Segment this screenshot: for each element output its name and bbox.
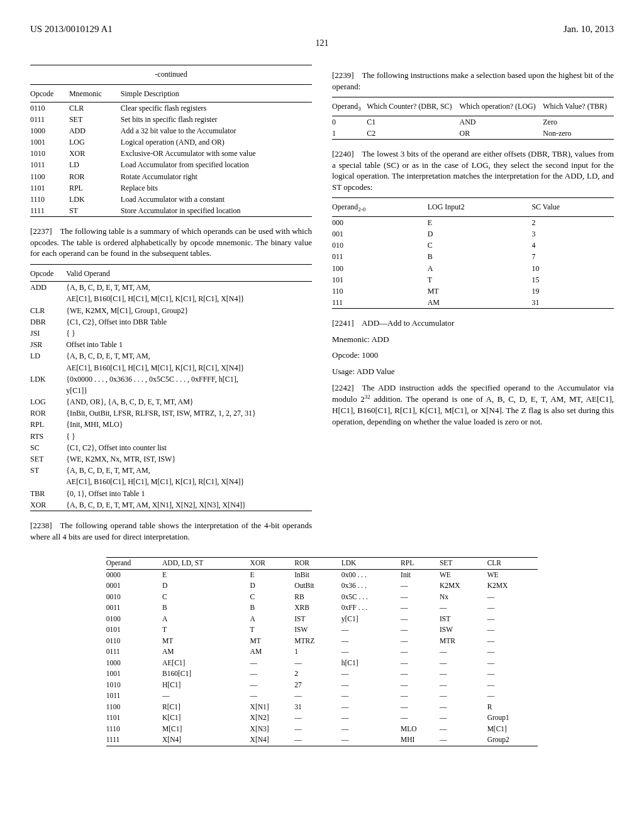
- table-row: SET{WE, K2MX, Nx, MTR, IST, ISW}: [30, 453, 312, 465]
- table-row: 000E2: [332, 216, 614, 228]
- table-row: LDK{0x0000 . . . , 0x3636 . . . , 0x5C5C…: [30, 374, 312, 385]
- th-valid: Valid Operand: [66, 265, 312, 282]
- w-ldk: LDK: [341, 558, 401, 570]
- table-row: 110MT19: [332, 285, 614, 297]
- th-sc: SC Value: [531, 198, 614, 217]
- table-row: 111AM31: [332, 297, 614, 309]
- table-row: 1111X[N4]X[N4]——MHI—Group2: [106, 734, 538, 746]
- table-row: CLR{WE, K2MX, M[C1], Group1, Group2}: [30, 305, 312, 316]
- table-row: JSI{ }: [30, 328, 312, 339]
- table-row: 010C4: [332, 240, 614, 251]
- table-row: 1100R[C1]X[N1]31———R: [106, 702, 538, 713]
- para-2238: [2238] The following operand table shows…: [30, 520, 312, 542]
- table-row: 1001LOGLogical operation (AND, and OR): [30, 136, 312, 148]
- table-row: 0100AAISTy[C1]—IST—: [106, 614, 538, 625]
- table-row: 0000EEInBit0x00 . . .InitWEWE: [106, 569, 538, 580]
- w-clr: CLR: [487, 558, 538, 570]
- table-row: SC{C1, C2}, Offset into counter list: [30, 442, 312, 453]
- table-row: ADD{A, B, C, D, E, T, MT, AM,: [30, 282, 312, 294]
- table-row: 0C1ANDZero: [332, 116, 614, 128]
- table-row: 0101TTISW——ISW—: [106, 624, 538, 636]
- operand20-table: Operand2-0 LOG Input2 SC Value 000E2001D…: [332, 197, 614, 309]
- table-row: 1110LDKLoad Accumulator with a constant: [30, 194, 312, 205]
- table-row: 1010XORExclusive-OR Accumulator with som…: [30, 148, 312, 159]
- table-row: y[C1]}: [30, 385, 312, 396]
- left-column: -continued Opcode Mnemonic Simple Descri…: [30, 65, 312, 547]
- para-2240: [2240] The lowest 3 bits of the operand …: [332, 148, 614, 192]
- table-row: 100A10: [332, 263, 614, 274]
- table-row: 101T15: [332, 274, 614, 285]
- w-add: ADD, LD, ST: [162, 558, 250, 570]
- table-row: AE[C1], B160[C1], H[C1], M[C1], K[C1], R…: [30, 293, 312, 304]
- th-desc: Simple Description: [121, 85, 312, 102]
- table-row: 1011LDLoad Accumulator from specified lo…: [30, 159, 312, 170]
- th-counter: Which Counter? (DBR, SC): [367, 97, 459, 116]
- table-row: 1010H[C1]—27————: [106, 680, 538, 691]
- table-row: 0110MTMTMTRZ——MTR—: [106, 636, 538, 647]
- mnemonic-line: Mnemonic: ADD: [332, 334, 614, 345]
- table-row: 1C2ORNon-zero: [332, 128, 614, 140]
- table-row: 1111STStore Accumulator in specified loc…: [30, 205, 312, 217]
- th-log: LOG Input2: [428, 198, 532, 217]
- opcode-line: Opcode: 1000: [332, 350, 614, 361]
- table-row: 0001DDOutBit0x36 . . .—K2MXK2MX: [106, 580, 538, 592]
- table-row: LD{A, B, C, D, E, T, MT, AM,: [30, 350, 312, 362]
- table-row: 0110CLRClear specific flash registers: [30, 102, 312, 114]
- table-row: ROR{InBit, OutBit, LFSR, RLFSR, IST, ISW…: [30, 407, 312, 419]
- pub-number: US 2013/0010129 A1: [30, 23, 113, 35]
- table-row: 1100RORRotate Accumulator right: [30, 171, 312, 182]
- w-ror: ROR: [294, 558, 341, 570]
- table-row: JSROffset into Table 1: [30, 339, 312, 350]
- table-row: 1000ADDAdd a 32 bit value to the Accumul…: [30, 125, 312, 136]
- page-number: 121: [30, 38, 614, 50]
- w-rpl: RPL: [401, 558, 440, 570]
- opcode-table: Opcode Mnemonic Simple Description 0110C…: [30, 84, 312, 217]
- table-row: DBR{C1, C2}, Offset into DBR Table: [30, 316, 312, 328]
- th-value: Which Value? (TBR): [543, 97, 614, 116]
- page-header: US 2013/0010129 A1 Jan. 10, 2013: [30, 23, 614, 35]
- table-row: 0111SETSet bits in specific flash regist…: [30, 114, 312, 125]
- table-row: 1011———————: [106, 690, 538, 702]
- w-set: SET: [440, 558, 487, 570]
- th-mnemonic: Mnemonic: [69, 85, 121, 102]
- para-2237: [2237] The following table is a summary …: [30, 226, 312, 259]
- w-xor: XOR: [250, 558, 295, 570]
- table-row: 1110M[C1]X[N3]——MLO—M[C1]: [106, 724, 538, 735]
- table-row: RPL{Init, MHI, MLO}: [30, 419, 312, 430]
- w-operand: Operand: [106, 558, 162, 570]
- table-row: 1000AE[C1]——h[C1]———: [106, 658, 538, 669]
- table-row: 011B7: [332, 251, 614, 262]
- valid-operand-table: Opcode Valid Operand ADD{A, B, C, D, E, …: [30, 264, 312, 511]
- th-operand3: Operand3: [332, 97, 367, 116]
- table-row: LOG{AND, OR}, {A, B, C, D, E, T, MT, AM}: [30, 396, 312, 407]
- th-operation: Which operation? (LOG): [459, 97, 543, 116]
- table-row: XOR{A, B, C, D, E, T, MT, AM, X[N1], X[N…: [30, 499, 312, 511]
- operand3-table: Operand3 Which Counter? (DBR, SC) Which …: [332, 97, 614, 140]
- para-2241: [2241] ADD—Add to Accumulator: [332, 318, 614, 329]
- table1-caption: -continued: [30, 65, 312, 79]
- table-row: 1101RPLReplace bits: [30, 182, 312, 194]
- th-opcode: Opcode: [30, 85, 69, 102]
- operand-interpretation-table: Operand ADD, LD, ST XOR ROR LDK RPL SET …: [106, 557, 538, 746]
- table-row: ST{A, B, C, D, E, T, MT, AM,: [30, 465, 312, 476]
- right-column: [2239] The following instructions make a…: [332, 65, 614, 547]
- para-2242: [2242] The ADD instruction adds the spec…: [332, 382, 614, 428]
- table-row: TBR{0, 1}, Offset into Table 1: [30, 488, 312, 499]
- table-row: 001D3: [332, 228, 614, 240]
- table-row: AE[C1], B160[C1], H[C1], M[C1], K[C1], R…: [30, 362, 312, 374]
- th-operand20: Operand2-0: [332, 198, 428, 217]
- table-row: 0011BBXRB0xFF . . .———: [106, 602, 538, 614]
- pub-date: Jan. 10, 2013: [564, 23, 614, 35]
- table-row: 0010CCRB0x5C . . .—Nx—: [106, 592, 538, 603]
- table-row: RTS{ }: [30, 431, 312, 442]
- usage-line: Usage: ADD Value: [332, 366, 614, 377]
- table-row: 1101K[C1]X[N2]————Group1: [106, 712, 538, 724]
- table-row: AE[C1], B160[C1], H[C1], M[C1], K[C1], R…: [30, 476, 312, 487]
- th-op: Opcode: [30, 265, 66, 282]
- para-2239: [2239] The following instructions make a…: [332, 70, 614, 92]
- table-row: 1001B160[C1]—2————: [106, 668, 538, 680]
- table-row: 0111AMAM1————: [106, 646, 538, 658]
